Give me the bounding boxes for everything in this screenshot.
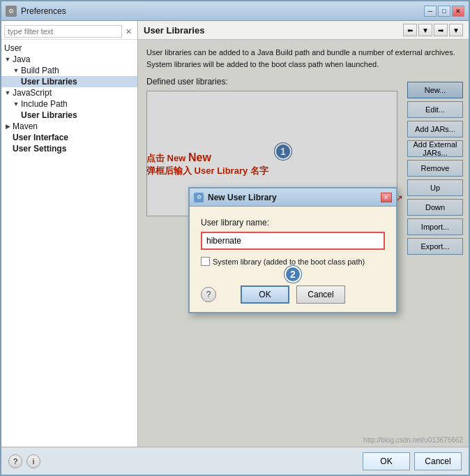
panel-content: 1 User libraries can be added to a Java … xyxy=(138,40,469,447)
modal-close-button[interactable]: ✕ xyxy=(381,193,392,202)
sidebar-item-build-path[interactable]: ▼ Build Path xyxy=(1,65,137,76)
help-icon[interactable]: ? xyxy=(8,454,22,468)
sidebar-item-java[interactable]: ▼ Java xyxy=(1,54,137,65)
system-library-checkbox[interactable] xyxy=(201,257,210,266)
sidebar-item-javascript[interactable]: ▼ JavaScript xyxy=(1,87,137,98)
expand-arrow-build-path: ▼ xyxy=(13,67,20,74)
expand-arrow-include-path: ▼ xyxy=(13,101,20,107)
bottom-cancel-button[interactable]: Cancel xyxy=(414,452,462,470)
nav-forward-button[interactable]: ➡ xyxy=(434,24,448,36)
maximize-button[interactable]: □ xyxy=(438,6,450,17)
panel-title: User Libraries xyxy=(144,25,204,36)
sidebar-item-user-settings[interactable]: User Settings xyxy=(1,143,137,154)
content-area: ✕ User ▼ Java ▼ Build Path User Librarie… xyxy=(1,21,469,447)
ok-button[interactable]: OK xyxy=(241,285,289,304)
filter-input[interactable] xyxy=(4,25,122,38)
close-button[interactable]: ✕ xyxy=(452,6,464,17)
sidebar-filter: ✕ xyxy=(1,24,137,40)
main-panel: User Libraries ⬅ ▼ ➡ ▼ 1 User libraries … xyxy=(138,21,469,447)
preferences-window: ⚙ Preferences ─ □ ✕ ✕ User ▼ Java xyxy=(0,0,470,476)
title-bar-buttons: ─ □ ✕ xyxy=(424,6,464,17)
expand-arrow-maven: ▶ xyxy=(4,123,11,130)
minimize-button[interactable]: ─ xyxy=(424,6,437,17)
filter-clear-button[interactable]: ✕ xyxy=(122,25,135,38)
window-title: Preferences xyxy=(21,6,424,16)
new-user-library-dialog: ⚙ New User Library ✕ User library name: xyxy=(188,187,397,313)
system-library-label: System library (added to the boot class … xyxy=(213,258,365,266)
title-bar: ⚙ Preferences ─ □ ✕ xyxy=(1,1,469,21)
field-label: User library name: xyxy=(201,218,385,228)
bottom-right-buttons: OK Cancel xyxy=(363,452,462,470)
sidebar-item-user-libraries-js[interactable]: User Libraries xyxy=(1,110,137,121)
cancel-button[interactable]: Cancel xyxy=(296,285,345,304)
bottom-bar: ? i OK Cancel xyxy=(1,447,469,475)
sidebar: ✕ User ▼ Java ▼ Build Path User Librarie… xyxy=(1,21,138,447)
sidebar-item-maven[interactable]: ▶ Maven xyxy=(1,121,137,132)
sidebar-item-user[interactable]: User xyxy=(1,43,137,54)
library-name-input[interactable] xyxy=(201,232,385,250)
modal-footer: 2 ? OK Cancel xyxy=(190,285,396,312)
modal-title-bar: ⚙ New User Library ✕ xyxy=(190,188,396,207)
modal-overlay: ⚙ New User Library ✕ User library name: xyxy=(138,40,469,447)
panel-header: User Libraries ⬅ ▼ ➡ ▼ xyxy=(138,21,469,40)
panel-nav: ⬅ ▼ ➡ ▼ xyxy=(403,24,463,36)
window-icon: ⚙ xyxy=(6,6,17,17)
modal-title: New User Library xyxy=(208,193,381,202)
help-button[interactable]: ? xyxy=(201,287,216,302)
bottom-icons: ? i xyxy=(8,454,40,468)
expand-arrow-javascript: ▼ xyxy=(4,89,11,96)
sidebar-item-user-interface[interactable]: User Interface xyxy=(1,132,137,143)
system-library-row: System library (added to the boot class … xyxy=(201,257,385,266)
nav-dropdown-button[interactable]: ▼ xyxy=(418,24,432,36)
nav-back-button[interactable]: ⬅ xyxy=(403,24,417,36)
modal-icon: ⚙ xyxy=(194,193,204,202)
nav-menu-button[interactable]: ▼ xyxy=(449,24,463,36)
expand-arrow-java: ▼ xyxy=(4,56,11,63)
sidebar-item-user-libraries[interactable]: User Libraries xyxy=(1,76,137,87)
sidebar-item-include-path[interactable]: ▼ Include Path xyxy=(1,98,137,110)
circle-badge-2: 2 xyxy=(285,266,301,283)
annotation-2-wrapper: 2 xyxy=(285,266,301,283)
bottom-ok-button[interactable]: OK xyxy=(363,452,410,470)
info-icon[interactable]: i xyxy=(26,454,40,468)
